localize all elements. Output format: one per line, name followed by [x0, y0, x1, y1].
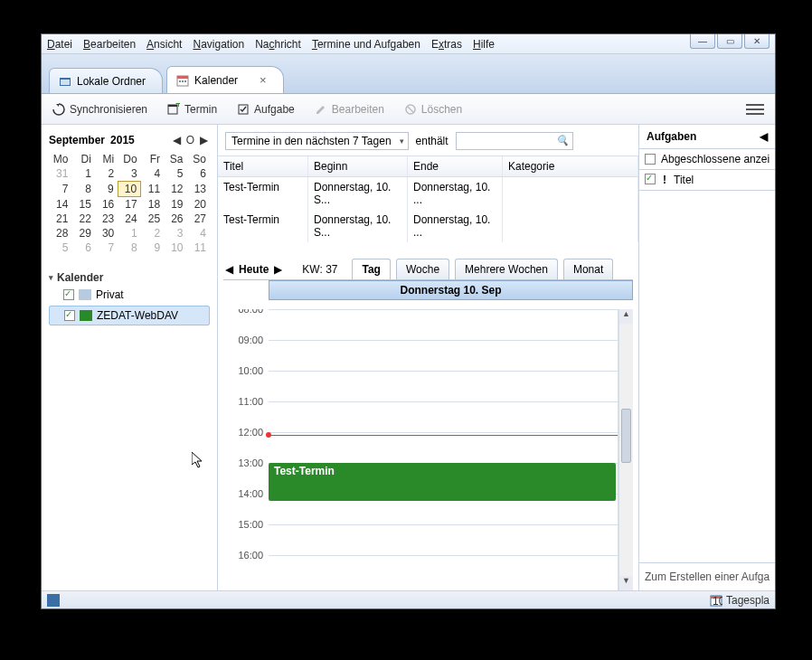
minical-day[interactable]: 25 [141, 212, 164, 226]
minical-day[interactable]: 8 [118, 240, 140, 255]
view-tab-week[interactable]: Woche [396, 259, 449, 279]
minical-day[interactable]: 30 [95, 226, 118, 240]
minical-day[interactable]: 26 [164, 212, 186, 226]
tab-calendar[interactable]: Kalender × [166, 66, 284, 93]
priority-col-icon[interactable]: ! [663, 174, 666, 186]
minical-day[interactable]: 16 [95, 197, 118, 212]
menu-hilfe[interactable]: Hilfe [473, 38, 495, 51]
time-slot[interactable] [269, 340, 618, 371]
minical-day[interactable]: 5 [49, 240, 71, 255]
view-tab-day[interactable]: Tag [352, 259, 390, 279]
minical-day[interactable]: 2 [141, 226, 164, 240]
col-begin[interactable]: Beginn [308, 156, 408, 176]
maximize-button[interactable]: ▭ [717, 34, 742, 49]
scrollbar[interactable]: ▲ ▼ [618, 309, 633, 590]
minical-day[interactable]: 20 [187, 197, 210, 212]
minical-day[interactable]: 12 [164, 182, 186, 197]
calendar-checkbox[interactable] [64, 310, 75, 321]
col-title[interactable]: Titel [218, 156, 308, 176]
time-slot[interactable] [269, 371, 618, 401]
menu-nachricht[interactable]: Nachricht [255, 38, 301, 51]
time-slot[interactable] [269, 309, 618, 340]
menu-termine[interactable]: Termine und Aufgaben [312, 38, 420, 51]
minical-day[interactable]: 22 [71, 212, 94, 226]
minical-day[interactable]: 10 [164, 240, 186, 255]
minical-day[interactable]: 4 [187, 226, 210, 240]
scroll-thumb[interactable] [621, 409, 631, 463]
create-task-hint[interactable]: Zum Erstellen einer Aufga [639, 562, 775, 590]
minical-day[interactable]: 24 [118, 212, 140, 226]
minical-day[interactable]: 21 [49, 212, 71, 226]
tab-close-icon[interactable]: × [260, 73, 267, 87]
menu-bearbeiten[interactable]: Bearbeiten [83, 38, 136, 51]
minical-day[interactable]: 29 [71, 226, 94, 240]
show-completed-checkbox[interactable] [645, 154, 656, 165]
next-day-button[interactable]: ▶ [274, 263, 282, 276]
menu-ansicht[interactable]: Ansicht [146, 38, 182, 51]
minical-day[interactable]: 3 [118, 166, 140, 182]
prev-month-button[interactable]: ◀ [171, 134, 183, 146]
view-tab-month[interactable]: Monat [563, 259, 613, 279]
prev-day-button[interactable]: ◀ [225, 263, 233, 276]
minical-day[interactable]: 8 [71, 182, 94, 197]
menu-extras[interactable]: Extras [431, 38, 462, 51]
minical-day[interactable]: 7 [95, 240, 118, 255]
today-button[interactable]: O [184, 134, 196, 146]
minical-day[interactable]: 4 [141, 166, 164, 182]
time-slot[interactable] [269, 432, 618, 463]
event-list-row[interactable]: Test-TerminDonnerstag, 10. S...Donnersta… [218, 177, 638, 210]
menu-navigation[interactable]: Navigation [193, 38, 244, 51]
minimize-button[interactable]: — [690, 34, 715, 49]
mini-calendar[interactable]: MoDiMiDoFrSaSo 3112345678910111213141516… [49, 152, 210, 255]
minical-day[interactable]: 14 [49, 197, 71, 212]
range-dropdown[interactable]: Termine in den nächsten 7 Tagen [225, 132, 409, 150]
col-end[interactable]: Ende [408, 156, 503, 176]
search-input[interactable]: 🔍 [456, 132, 573, 150]
calendar-item[interactable]: ZEDAT-WebDAV [49, 306, 210, 325]
time-slot[interactable] [269, 555, 618, 586]
minical-day[interactable]: 31 [49, 166, 71, 182]
view-tab-multiweek[interactable]: Mehrere Wochen [455, 259, 558, 279]
minical-day[interactable]: 9 [141, 240, 164, 255]
minical-day[interactable]: 5 [164, 166, 186, 182]
minical-day[interactable]: 2 [95, 166, 118, 182]
minical-day[interactable]: 23 [95, 212, 118, 226]
minical-day[interactable]: 27 [187, 212, 210, 226]
minical-day[interactable]: 6 [71, 240, 94, 255]
calendar-checkbox[interactable] [63, 289, 74, 300]
minical-day[interactable]: 1 [118, 226, 140, 240]
time-slot[interactable] [269, 401, 618, 432]
close-button[interactable]: ✕ [744, 34, 770, 49]
tab-local-folders[interactable]: Lokale Ordner [49, 68, 163, 93]
minical-day[interactable]: 13 [187, 182, 210, 197]
menu-datei[interactable]: Datei [47, 38, 72, 51]
minical-day[interactable]: 28 [49, 226, 71, 240]
minical-day[interactable]: 17 [118, 197, 140, 212]
new-task-button[interactable]: Aufgabe [233, 100, 298, 118]
today-label[interactable]: Heute [239, 263, 269, 276]
menu-icon[interactable] [746, 104, 764, 115]
minical-day[interactable]: 7 [49, 182, 71, 197]
minical-day[interactable]: 19 [164, 197, 186, 212]
minical-day[interactable]: 3 [164, 226, 186, 240]
calendar-item[interactable]: Privat [49, 286, 210, 304]
next-month-button[interactable]: ▶ [198, 134, 210, 146]
minical-day[interactable]: 9 [95, 182, 118, 197]
calendar-tree-header[interactable]: Kalender [49, 271, 210, 284]
minical-day[interactable]: 11 [141, 182, 164, 197]
sync-button[interactable]: Synchronisieren [49, 100, 151, 118]
minical-day[interactable]: 10 [118, 182, 140, 197]
col-category[interactable]: Kategorie [503, 156, 638, 176]
event-list-row[interactable]: Test-TerminDonnerstag, 10. S...Donnersta… [218, 210, 638, 242]
minical-day[interactable]: 11 [187, 240, 210, 255]
task-title-col[interactable]: Titel [674, 174, 694, 186]
task-check-col[interactable]: ✓ [645, 174, 656, 184]
day-column[interactable]: Test-Termin [269, 309, 618, 590]
minical-day[interactable]: 1 [71, 166, 94, 182]
collapse-icon[interactable]: ◀ [760, 130, 768, 143]
minical-day[interactable]: 6 [187, 166, 210, 182]
new-event-button[interactable]: + Termin [164, 100, 221, 118]
calendar-event[interactable]: Test-Termin [269, 463, 616, 501]
minical-day[interactable]: 15 [71, 197, 94, 212]
time-slot[interactable] [269, 524, 618, 555]
